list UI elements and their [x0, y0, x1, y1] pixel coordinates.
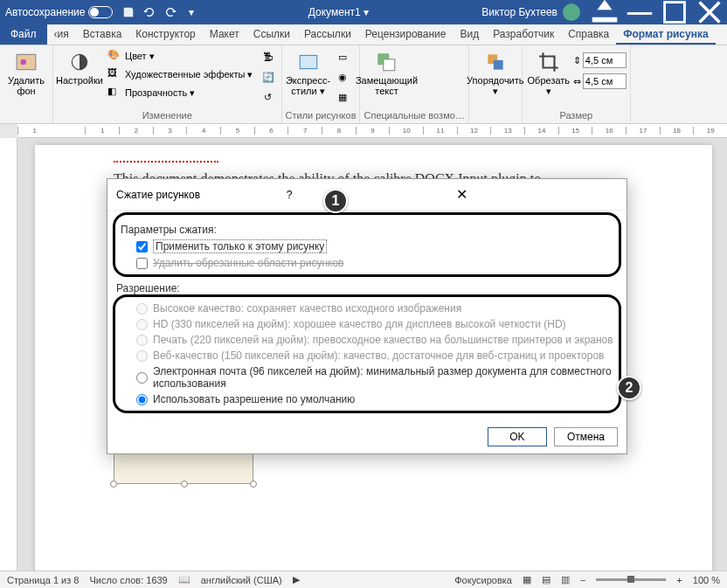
group-accessibility: Замещающий текст Специальные возмо…: [360, 45, 468, 123]
status-words[interactable]: Число слов: 1639: [89, 575, 167, 585]
ok-button[interactable]: OK: [488, 427, 547, 446]
layout-button[interactable]: ▦: [333, 87, 352, 107]
radio-hd[interactable]: HD (330 пикселей на дюйм): хорошее качес…: [121, 316, 613, 332]
zoom-out-icon[interactable]: −: [580, 575, 585, 585]
effects-button[interactable]: ◉: [333, 67, 352, 86]
ribbon: Удалить фон Настройки 🎨Цвет ▾ 🖼Художеств…: [0, 45, 727, 124]
radio-email[interactable]: Электронная почта (96 пикселей на дюйм):…: [121, 363, 613, 391]
status-page[interactable]: Страница 1 из 8: [7, 575, 79, 585]
close-icon[interactable]: [692, 0, 727, 24]
crop-button[interactable]: Обрезать ▾: [526, 47, 571, 100]
height-input[interactable]: [583, 52, 627, 68]
svg-rect-10: [494, 60, 503, 70]
compress-pictures-dialog: Сжатие рисунков ? ✕ Параметры сжатия: Пр…: [107, 178, 627, 454]
dialog-help-icon[interactable]: ?: [278, 189, 457, 201]
group-label-size: Размер: [526, 109, 627, 121]
remove-bg-icon: [15, 51, 38, 73]
status-language[interactable]: английский (США): [201, 575, 282, 585]
remove-background-button[interactable]: Удалить фон: [3, 47, 49, 100]
artistic-effects-button[interactable]: 🖼Художественные эффекты ▾: [104, 66, 257, 83]
radio-print[interactable]: Печать (220 пикселей на дюйм): превосход…: [121, 332, 613, 348]
group-label-styles: Стили рисунков: [286, 109, 357, 121]
tab-picture-format[interactable]: Формат рисунка: [616, 24, 715, 45]
zoom-in-icon[interactable]: +: [676, 575, 682, 585]
tab-file[interactable]: Файл: [0, 24, 47, 45]
tab-layout[interactable]: Макет: [203, 24, 246, 45]
highlight-box-1: Параметры сжатия: Применить только к это…: [113, 212, 621, 277]
tab-mailings[interactable]: Рассылки: [297, 24, 358, 45]
radio-default-input[interactable]: [136, 394, 148, 405]
checkbox-delete-cropped[interactable]: [136, 258, 148, 269]
cancel-button[interactable]: Отмена: [554, 427, 618, 446]
qat-dropdown-icon[interactable]: ▾: [181, 0, 202, 24]
tab-design[interactable]: Конструктор: [128, 24, 202, 45]
color-button[interactable]: 🎨Цвет ▾: [104, 47, 257, 65]
zoom-slider[interactable]: [596, 578, 666, 581]
transparency-button[interactable]: ◧Прозрачность ▾: [104, 84, 257, 101]
radio-web-input: [136, 350, 148, 362]
svg-rect-6: [300, 55, 317, 68]
annotation-marker-2: 2: [617, 376, 641, 400]
quick-styles-button[interactable]: Экспресс-стили ▾: [286, 47, 331, 100]
status-proofing-icon[interactable]: 📖: [178, 574, 190, 585]
tab-insert[interactable]: Вставка: [76, 24, 129, 45]
view-read-icon[interactable]: ▦: [523, 574, 531, 585]
reset-pic-button[interactable]: ↺: [259, 87, 278, 107]
group-styles: Экспресс-стили ▾ ▭ ◉ ▦ Стили рисунков: [282, 45, 361, 123]
radio-high-quality[interactable]: Высокое качество: сохраняет качество исх…: [121, 301, 613, 316]
toggle-switch-icon: [88, 6, 113, 18]
compress-button[interactable]: 🗜: [259, 47, 278, 66]
alt-text-icon: [375, 51, 398, 73]
option-apply-only[interactable]: Применить только к этому рисунку: [121, 238, 613, 255]
avatar-icon: [563, 3, 580, 21]
vertical-ruler[interactable]: [0, 138, 17, 575]
change-pic-button[interactable]: 🔄: [259, 67, 278, 86]
view-print-icon[interactable]: ▤: [542, 574, 550, 585]
tab-developer[interactable]: Разработчик: [486, 24, 561, 45]
horizontal-ruler[interactable]: 112345678910111213141516171819: [17, 124, 727, 138]
corrections-icon: [68, 51, 91, 73]
resize-handle[interactable]: [110, 481, 117, 488]
autosave-toggle[interactable]: Автосохранение: [0, 6, 118, 18]
group-label-adjust: Изменение: [57, 109, 278, 121]
tab-review[interactable]: Рецензирование: [358, 24, 454, 45]
view-web-icon[interactable]: ▥: [561, 574, 570, 585]
zoom-level[interactable]: 100 %: [693, 575, 720, 585]
status-focus[interactable]: Фокусировка: [454, 575, 512, 585]
radio-hd-input: [136, 319, 148, 330]
radio-email-input[interactable]: [136, 372, 148, 384]
tab-view[interactable]: Вид: [454, 24, 487, 45]
title-bar: Автосохранение ▾ Документ1 ▾ Виктор Бухт…: [0, 0, 727, 24]
styles-icon: [297, 51, 320, 73]
tab-nav-left[interactable]: ‹ия: [47, 24, 76, 45]
maximize-icon[interactable]: [657, 0, 692, 24]
svg-rect-2: [665, 3, 685, 23]
height-icon: ⇕: [573, 55, 581, 66]
resize-handle[interactable]: [250, 481, 257, 488]
border-button[interactable]: ▭: [333, 47, 352, 66]
width-input[interactable]: [583, 73, 627, 89]
alt-text-button[interactable]: Замещающий текст: [364, 47, 409, 100]
option-delete-cropped[interactable]: Удалить обрезанные области рисунков: [121, 255, 613, 271]
minimize-icon[interactable]: [622, 0, 657, 24]
svg-rect-0: [592, 17, 618, 23]
redo-icon[interactable]: [160, 0, 181, 24]
radio-default[interactable]: Использовать разрешение по умолчанию: [121, 391, 613, 407]
save-icon[interactable]: [118, 0, 139, 24]
radio-hq-input: [136, 303, 148, 315]
checkbox-apply-only[interactable]: [136, 241, 148, 252]
ribbon-options-icon[interactable]: [587, 0, 622, 24]
group-size: Обрезать ▾ ⇕ ⇔ Размер: [523, 45, 631, 123]
tab-help[interactable]: Справка: [561, 24, 616, 45]
tab-references[interactable]: Ссылки: [246, 24, 297, 45]
resize-handle[interactable]: [181, 481, 188, 488]
document-title[interactable]: Документ1 ▾: [202, 6, 474, 18]
dialog-titlebar[interactable]: Сжатие рисунков ? ✕: [107, 179, 627, 211]
radio-web[interactable]: Веб-качество (150 пикселей на дюйм): кач…: [121, 348, 613, 363]
dialog-close-icon[interactable]: ✕: [456, 186, 618, 203]
status-macro-icon[interactable]: ▶: [293, 574, 300, 585]
corrections-button[interactable]: Настройки: [57, 47, 102, 89]
undo-icon[interactable]: [139, 0, 160, 24]
arrange-button[interactable]: Упорядочить ▾: [473, 47, 518, 100]
user-account[interactable]: Виктор Бухтеев: [474, 3, 587, 21]
